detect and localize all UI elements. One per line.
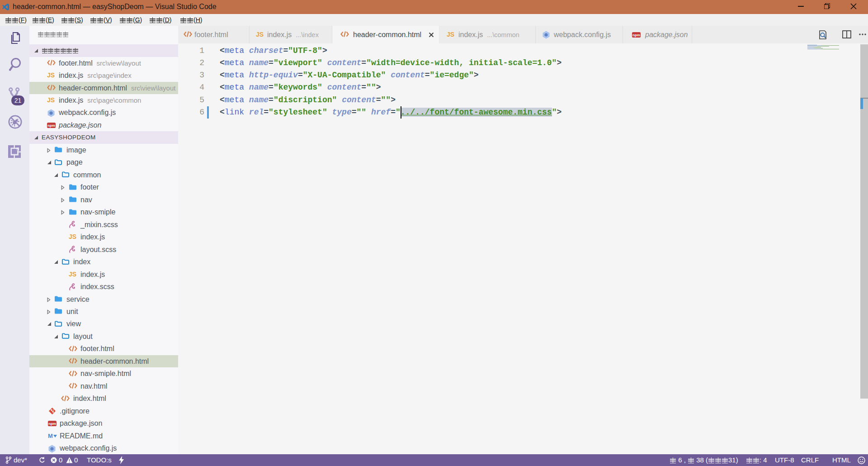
- svg-text:npm: npm: [632, 33, 640, 37]
- svg-text:npm: npm: [47, 124, 55, 128]
- svg-text:21: 21: [14, 97, 22, 104]
- svg-text:npm: npm: [48, 422, 56, 426]
